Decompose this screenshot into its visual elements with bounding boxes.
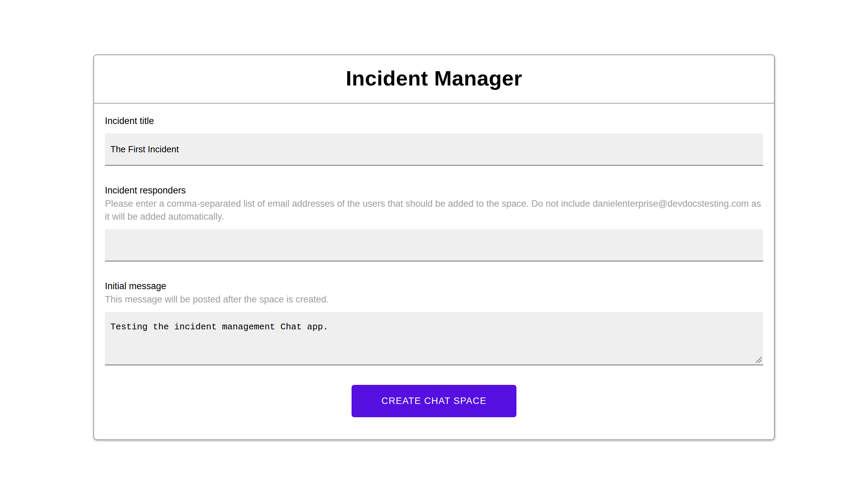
card-header: Incident Manager [94, 55, 774, 104]
textarea-resize-handle-icon[interactable] [755, 356, 762, 363]
create-chat-space-button[interactable]: CREATE CHAT SPACE [352, 385, 516, 417]
initial-message-textarea[interactable] [105, 312, 763, 365]
incident-responders-label: Incident responders [105, 185, 763, 196]
initial-message-field: Initial message This message will be pos… [105, 280, 763, 365]
initial-message-helper-text: This message will be posted after the sp… [105, 293, 763, 306]
incident-responders-helper-text: Please enter a comma-separated list of e… [105, 197, 763, 223]
initial-message-textarea-wrap [105, 312, 763, 365]
incident-title-label: Incident title [105, 115, 763, 127]
incident-title-field: Incident title [105, 115, 763, 166]
initial-message-label: Initial message [105, 280, 763, 292]
incident-title-input[interactable] [105, 134, 763, 166]
page: Incident Manager Incident title Incident… [0, 0, 868, 485]
button-row: CREATE CHAT SPACE [105, 385, 763, 417]
incident-form-card: Incident Manager Incident title Incident… [93, 54, 775, 440]
page-title: Incident Manager [94, 66, 774, 91]
incident-responders-field: Incident responders Please enter a comma… [105, 185, 763, 262]
incident-responders-input[interactable] [105, 229, 763, 262]
card-body: Incident title Incident responders Pleas… [94, 104, 774, 439]
